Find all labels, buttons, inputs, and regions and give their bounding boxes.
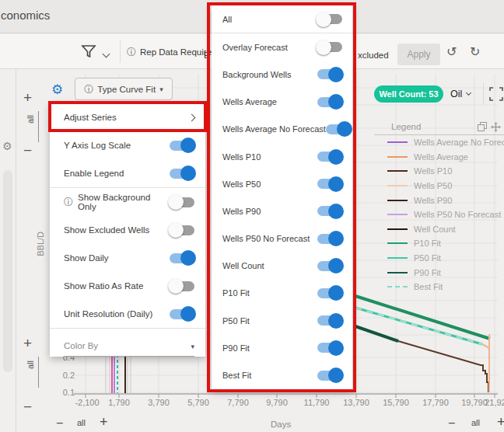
y2-zoom-all-button[interactable]: all <box>26 361 35 369</box>
y2-zoom-in-button[interactable]: + <box>23 336 32 350</box>
toggle-switch[interactable] <box>317 69 342 79</box>
toggle-switch[interactable] <box>317 97 342 107</box>
series-item-best-fit[interactable]: Best Fit <box>212 361 352 388</box>
toggle-switch[interactable] <box>317 371 342 381</box>
apply-button[interactable]: Apply <box>397 44 440 65</box>
menu-item-unit-resolution[interactable]: Unit Resolution (Daily) <box>50 300 205 328</box>
legend-item[interactable]: Well Count <box>374 222 504 237</box>
toggle-switch[interactable] <box>317 343 342 353</box>
toggle-switch[interactable] <box>317 152 342 162</box>
legend-item[interactable]: P10 Fit <box>374 236 504 251</box>
legend-item[interactable]: P50 Fit <box>374 251 504 266</box>
legend-item[interactable]: Wells P50 No Forecast <box>374 207 504 222</box>
toggle-switch[interactable] <box>317 234 342 244</box>
toggle-switch[interactable] <box>317 261 342 271</box>
series-item-overlay-forecast[interactable]: Overlay Forecast <box>212 33 352 61</box>
copy-icon[interactable] <box>478 122 487 131</box>
series-item-well-count[interactable]: Well Count <box>212 253 352 280</box>
toolbar-divider <box>120 40 121 63</box>
info-icon: ⓘ <box>127 47 136 57</box>
hidden-button-fragment[interactable]: E <box>204 51 210 60</box>
toggle-switch[interactable] <box>317 179 342 189</box>
x2-zoom-all-button[interactable]: all <box>471 418 480 427</box>
x-tick-label: 21,920 <box>485 398 504 407</box>
redo-icon[interactable]: ↻ <box>470 44 480 59</box>
series-item-wells-p90[interactable]: Wells P90 <box>212 197 352 225</box>
legend-item[interactable]: Wells P50 <box>374 179 504 193</box>
x-tick-label: -2,100 <box>75 398 99 407</box>
legend-item[interactable]: Wells Average <box>374 150 504 165</box>
x-zoom-in-button[interactable]: + <box>100 414 108 430</box>
x-tick-label: 5,790 <box>187 398 209 407</box>
menu-item-show-daily[interactable]: Show Daily <box>50 244 205 272</box>
x-tick-label: 3,790 <box>148 398 170 407</box>
series-color-swatch <box>387 257 408 259</box>
series-item-wells-p50[interactable]: Wells P50 <box>212 170 352 197</box>
series-item-background-wells[interactable]: Background Wells <box>212 61 352 88</box>
series-item-wells-p10[interactable]: Wells P10 <box>212 143 352 170</box>
legend-item[interactable]: P90 Fit <box>374 265 504 280</box>
y-zoom-all-button[interactable]: all <box>26 115 35 124</box>
toggle-switch[interactable] <box>326 124 351 134</box>
legend-item[interactable]: Wells Average No Forecast <box>374 135 504 150</box>
x2-zoom-out-button[interactable]: − <box>448 416 455 430</box>
panel-divider <box>16 69 16 432</box>
legend-item[interactable]: Best Fit <box>374 280 504 294</box>
series-item-p10-fit[interactable]: P10 Fit <box>212 280 352 307</box>
color-by-select[interactable]: Color By ▾ <box>64 329 194 357</box>
menu-item-show-ratio-as-rate[interactable]: Show Ratio As Rate <box>50 272 205 300</box>
info-icon: ⓘ <box>64 197 73 207</box>
series-item-p90-fit[interactable]: P90 Fit <box>212 334 352 361</box>
series-color-swatch <box>387 228 408 230</box>
series-item-wells-p50-no-forecast[interactable]: Wells P50 No Forecast <box>212 225 352 253</box>
menu-item-y-axis-log-scale[interactable]: Y Axis Log Scale <box>50 131 205 159</box>
series-color-swatch <box>387 170 408 172</box>
toggle-switch[interactable] <box>170 281 194 291</box>
toggle-switch[interactable] <box>317 206 342 216</box>
toggle-switch[interactable] <box>317 42 342 52</box>
toggle-switch[interactable] <box>170 169 194 179</box>
undo-icon[interactable]: ↺ <box>446 44 457 59</box>
toggle-switch[interactable] <box>317 315 342 326</box>
x-zoom-all-button[interactable]: all <box>77 418 86 427</box>
chart-settings-gear-icon[interactable]: ⚙ <box>51 82 63 98</box>
legend-title: Legend <box>391 122 421 131</box>
toggle-switch[interactable] <box>170 225 194 235</box>
x2-zoom-in-button[interactable]: + <box>497 414 504 430</box>
menu-item-enable-legend[interactable]: Enable Legend <box>50 159 205 187</box>
app-title: conomics <box>1 9 50 22</box>
toggle-switch[interactable] <box>170 197 194 207</box>
legend-item[interactable]: Wells P10 <box>374 164 504 179</box>
y-axis-title: BBL/D <box>36 232 45 256</box>
legend-item[interactable]: Wells P90 <box>374 193 504 207</box>
type-curve-fit-dropdown[interactable]: ⓘ Type Curve Fit ▾ <box>75 78 173 100</box>
y2-zoom-out-button[interactable]: − <box>23 399 32 414</box>
phase-select[interactable]: Oil <box>450 89 471 99</box>
x-tick-label: 11,790 <box>304 398 330 407</box>
series-item-all[interactable]: All <box>212 5 352 33</box>
series-item-wells-average[interactable]: Wells Average <box>212 89 352 116</box>
filter-chevron-down-icon[interactable] <box>103 51 110 58</box>
menu-item-show-excluded-wells[interactable]: Show Excluded Wells <box>50 216 205 244</box>
toggle-switch[interactable] <box>170 141 194 151</box>
x-tick-label: 19,790 <box>461 398 488 407</box>
filter-icon[interactable] <box>81 44 96 59</box>
gear-icon[interactable]: ⚙ <box>2 140 12 152</box>
toggle-switch[interactable] <box>317 288 342 298</box>
toggle-switch[interactable] <box>170 253 194 263</box>
x-zoom-out-button[interactable]: − <box>56 416 63 430</box>
menu-item-adjust-series[interactable]: Adjust Series <box>50 103 205 131</box>
menu-item-show-background-only[interactable]: ⓘShow Background Only <box>50 188 205 216</box>
move-icon[interactable] <box>491 122 501 132</box>
y-zoom-in-button[interactable]: + <box>23 90 32 105</box>
dropdown-arrow-icon: ▾ <box>191 343 194 350</box>
toggle-switch[interactable] <box>317 14 342 24</box>
x-axis-title: Days <box>271 420 291 429</box>
series-item-wells-average-no-forecast[interactable]: Wells Average No Forecast <box>212 116 352 143</box>
excluded-button-fragment[interactable]: xcluded <box>358 51 389 60</box>
y-zoom-out-button[interactable]: − <box>23 143 32 158</box>
series-item-p50-fit[interactable]: P50 Fit <box>212 307 352 334</box>
expand-icon[interactable] <box>489 87 503 101</box>
scrollbar-track[interactable] <box>3 170 12 372</box>
toggle-switch[interactable] <box>170 309 194 319</box>
